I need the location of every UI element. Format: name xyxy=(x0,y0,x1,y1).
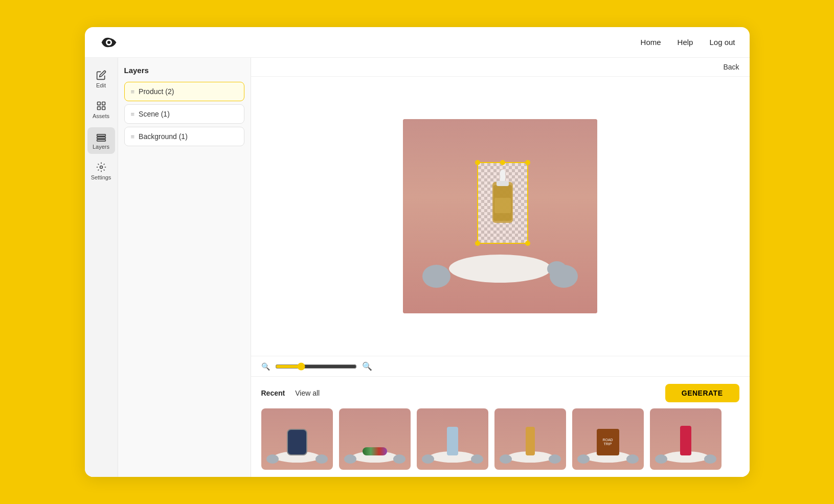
thumb-box-stone-r xyxy=(626,454,639,464)
handle-br[interactable] xyxy=(525,241,530,246)
generate-button[interactable]: GENERATE xyxy=(665,384,739,402)
thumb-tube-stone-r xyxy=(471,454,483,464)
layer-label-scene: Scene (1) xyxy=(139,110,170,118)
thumb-serum-stone-l xyxy=(655,454,667,464)
drag-icon-product: ≡ xyxy=(131,88,135,96)
thumb-tube-product xyxy=(447,427,458,455)
bottle-svg xyxy=(482,170,523,236)
tab-view-all[interactable]: View all xyxy=(295,389,320,397)
sidebar-label-layers: Layers xyxy=(93,144,109,150)
assets-icon xyxy=(96,101,106,111)
handle-top[interactable] xyxy=(500,160,505,165)
canvas-image-container xyxy=(403,119,597,313)
svg-rect-7 xyxy=(97,137,105,139)
app-window: Home Help Log out Edit A xyxy=(85,27,750,477)
thumb-watch-stone-r xyxy=(315,454,328,464)
scene-background xyxy=(403,119,597,313)
nav-logout[interactable]: Log out xyxy=(709,38,735,47)
stone-left xyxy=(422,265,450,288)
thumb-serum-stone-r xyxy=(704,454,716,464)
thumb-dropper[interactable] xyxy=(494,408,566,470)
sidebar-label-assets: Assets xyxy=(93,113,109,119)
zoom-slider[interactable] xyxy=(275,362,357,371)
thumb-box-product: ROADTRIP xyxy=(597,429,619,455)
svg-rect-5 xyxy=(102,107,105,110)
thumb-dropper-scene xyxy=(494,408,566,470)
bottom-strip: Recent View all GENERATE xyxy=(251,376,750,477)
thumb-bracelet-scene xyxy=(339,408,411,470)
logo-icon xyxy=(99,35,119,50)
layers-panel: Layers ≡ Product (2) ≡ Scene (1) ≡ Backg… xyxy=(118,58,251,477)
zoom-bar: 🔍 🔍 xyxy=(251,356,750,376)
thumb-watch-stone-l xyxy=(266,454,279,464)
sidebar-item-layers[interactable]: Layers xyxy=(87,127,115,154)
nav-help[interactable]: Help xyxy=(678,38,693,47)
canvas-bg-image xyxy=(403,119,597,313)
svg-rect-14 xyxy=(497,181,509,186)
thumb-box[interactable]: ROADTRIP xyxy=(572,408,644,470)
canvas-top-bar: Back xyxy=(251,58,750,77)
canvas-viewport[interactable] xyxy=(251,77,750,356)
zoom-in-icon[interactable]: 🔍 xyxy=(362,361,372,371)
edit-icon xyxy=(96,70,106,80)
thumb-tube-stone-l xyxy=(422,454,434,464)
tab-recent[interactable]: Recent xyxy=(261,389,285,397)
thumb-bracelet-product xyxy=(363,447,387,455)
thumb-serum[interactable] xyxy=(650,408,722,470)
handle-tl[interactable] xyxy=(475,160,480,165)
thumb-watch-product xyxy=(287,429,307,455)
back-button[interactable]: Back xyxy=(723,63,739,71)
sidebar-item-settings[interactable]: Settings xyxy=(87,158,115,185)
layer-label-product: Product (2) xyxy=(139,87,174,96)
thumb-box-scene: ROADTRIP xyxy=(572,408,644,470)
svg-point-9 xyxy=(100,166,102,169)
layer-item-scene[interactable]: ≡ Scene (1) xyxy=(124,104,244,124)
canvas-area: Back xyxy=(251,58,750,477)
svg-rect-8 xyxy=(97,140,105,141)
sidebar-label-settings: Settings xyxy=(91,174,111,180)
layers-icon xyxy=(96,131,106,142)
nav-home[interactable]: Home xyxy=(641,38,661,47)
recent-tabs: Recent View all xyxy=(261,389,320,397)
thumb-tube[interactable] xyxy=(417,408,488,470)
thumb-tube-scene xyxy=(417,408,488,470)
thumb-bracelet-stone-l xyxy=(344,454,356,464)
logo xyxy=(99,35,119,50)
thumb-watch[interactable] xyxy=(261,408,333,470)
handle-bl[interactable] xyxy=(475,241,480,246)
thumb-bracelet-stone-r xyxy=(393,454,405,464)
thumbnails-strip: ROADTRIP xyxy=(261,408,739,470)
drag-icon-scene: ≡ xyxy=(131,110,135,118)
sidebar-label-edit: Edit xyxy=(96,82,106,88)
layers-title: Layers xyxy=(124,66,244,75)
thumb-dropper-product xyxy=(526,427,535,455)
thumb-bracelet[interactable] xyxy=(339,408,411,470)
thumb-dropper-stone-l xyxy=(500,454,512,464)
settings-icon xyxy=(96,162,106,172)
svg-rect-3 xyxy=(102,102,105,105)
zoom-out-icon[interactable]: 🔍 xyxy=(261,362,270,371)
stone-base xyxy=(449,255,551,283)
sidebar-item-assets[interactable]: Assets xyxy=(87,97,115,123)
handle-tr[interactable] xyxy=(525,160,530,165)
svg-rect-10 xyxy=(500,170,505,182)
bottom-strip-header: Recent View all GENERATE xyxy=(261,384,739,402)
thumb-serum-product xyxy=(680,426,691,455)
bottle-overlay xyxy=(478,163,527,243)
product-selection-box[interactable] xyxy=(477,162,528,244)
thumb-watch-scene xyxy=(261,408,333,470)
svg-point-1 xyxy=(107,40,110,43)
thumb-box-stone-l xyxy=(577,454,590,464)
layer-label-background: Background (1) xyxy=(139,132,188,141)
svg-rect-4 xyxy=(97,107,100,110)
drag-icon-background: ≡ xyxy=(131,133,135,141)
layer-item-product[interactable]: ≡ Product (2) xyxy=(124,82,244,101)
svg-rect-6 xyxy=(97,134,105,136)
header: Home Help Log out xyxy=(85,27,750,58)
layer-item-background[interactable]: ≡ Background (1) xyxy=(124,127,244,146)
sidebar-item-edit[interactable]: Edit xyxy=(87,66,115,93)
stone-small-right xyxy=(547,261,567,277)
main-body: Edit Assets Layers xyxy=(85,58,750,477)
svg-rect-13 xyxy=(494,198,511,213)
header-nav: Home Help Log out xyxy=(641,38,735,47)
